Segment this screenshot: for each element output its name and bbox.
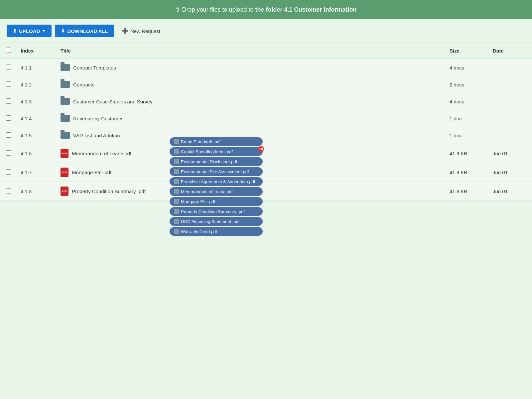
row-checkbox[interactable]	[6, 115, 11, 121]
tooltip-item[interactable]: Warranty Deed.pdf	[170, 227, 263, 236]
row-title: Contract Templates	[73, 65, 116, 70]
file-tooltip-dropdown: Brand Standards.pdfCapital Spending Item…	[170, 137, 263, 236]
select-all-checkbox[interactable]	[6, 48, 11, 53]
row-checkbox-cell[interactable]	[0, 110, 17, 127]
row-title-cell[interactable]: Contract Templates	[57, 59, 446, 76]
row-date: Jun 01	[489, 182, 532, 201]
row-index: 4.1.8	[17, 182, 57, 201]
tooltip-item[interactable]: Environmental Disclosure.pdf	[170, 157, 263, 166]
row-checkbox[interactable]	[6, 98, 11, 104]
tooltip-item-label: Memorandum of Lease.pdf	[181, 189, 232, 194]
row-checkbox[interactable]	[6, 132, 11, 138]
toolbar: ⇧ UPLOAD ▼ ⇩ DOWNLOAD ALL ➕ New Request	[0, 19, 532, 43]
title-content: Revenue by Customer	[61, 115, 442, 122]
row-title-cell[interactable]: Customer Case Studies and Survey	[57, 93, 446, 110]
title-content: Contract Templates	[61, 64, 442, 71]
row-date	[489, 110, 532, 127]
row-size: 1 doc	[446, 127, 489, 144]
doc-small-icon	[174, 199, 179, 204]
row-size: 41.8 KB	[446, 182, 489, 201]
table-row: 4.1.1Contract Templates4 docs	[0, 59, 532, 76]
table-header-row: Index Title Size Date	[0, 43, 532, 59]
doc-small-icon	[174, 139, 179, 144]
pdf-icon	[61, 149, 68, 158]
banner-text-bold: the folder 4.1 Customer Information	[255, 6, 357, 13]
checkbox-header[interactable]	[0, 43, 17, 59]
row-title: Contracts	[73, 82, 94, 87]
row-title: Mortgage Etc-.pdf	[72, 170, 111, 175]
row-index: 4.1.4	[17, 110, 57, 127]
title-header: Title	[57, 43, 446, 59]
row-title: Memorandum of Lease.pdf	[72, 151, 131, 156]
row-checkbox[interactable]	[6, 169, 11, 175]
tooltip-item[interactable]: Mortgage Etc-.pdf	[170, 197, 263, 206]
new-request-label: New Request	[130, 28, 160, 34]
date-header: Date	[489, 43, 532, 59]
row-date	[489, 59, 532, 76]
row-checkbox-cell[interactable]	[0, 144, 17, 163]
doc-small-icon	[174, 149, 179, 154]
upload-icon: ⇧	[13, 28, 17, 34]
tooltip-item-label: Capital Spending Items.pdf	[181, 149, 233, 154]
row-checkbox[interactable]	[6, 150, 11, 156]
row-index: 4.1.6	[17, 144, 57, 163]
row-index: 4.1.5	[17, 127, 57, 144]
tooltip-item-label: Brand Standards.pdf	[181, 139, 220, 144]
tooltip-item-label: UCC Financing Statement .pdf	[181, 219, 239, 224]
size-header: Size	[446, 43, 489, 59]
upload-button[interactable]: ⇧ UPLOAD ▼	[7, 25, 52, 37]
row-index: 4.1.2	[17, 76, 57, 93]
pdf-icon	[61, 187, 68, 196]
row-size: 41.9 KB	[446, 163, 489, 182]
row-title: Property Condition Summary .pdf	[72, 189, 146, 194]
tooltip-item-label: Warranty Deed.pdf	[181, 229, 217, 234]
row-size: 41.9 KB	[446, 144, 489, 163]
tooltip-item[interactable]: Franchise Agreement & Addendum.pdf	[170, 177, 263, 186]
row-checkbox-cell[interactable]	[0, 93, 17, 110]
row-title-cell[interactable]: Revenue by Customer	[57, 110, 446, 127]
download-all-button[interactable]: ⇩ DOWNLOAD ALL	[55, 25, 114, 37]
tooltip-item[interactable]: Memorandum of Lease.pdf	[170, 187, 263, 196]
folder-icon	[61, 115, 70, 122]
tooltip-item-label: Franchise Agreement & Addendum.pdf	[181, 179, 255, 184]
upload-label: UPLOAD	[19, 28, 40, 34]
download-icon: ⇩	[61, 28, 65, 34]
tooltip-item[interactable]: Brand Standards.pdf	[170, 137, 263, 146]
doc-small-icon	[174, 219, 179, 224]
banner-text-prefix: Drop your files to upload to	[182, 6, 255, 13]
table-row: 4.1.2Contracts2 docs	[0, 76, 532, 93]
tooltip-item-label: Environmental Disclosure.pdf	[181, 159, 237, 164]
tooltip-item[interactable]: UCC Financing Statement .pdf	[170, 217, 263, 226]
row-checkbox-cell[interactable]	[0, 163, 17, 182]
folder-icon	[61, 81, 70, 88]
upload-dropdown-arrow: ▼	[42, 29, 46, 33]
file-table: Index Title Size Date 4.1.1Contract Temp…	[0, 43, 532, 201]
tooltip-item[interactable]: Capital Spending Items.pdf10	[170, 147, 263, 156]
tooltip-item-label: Environmental Site Assessment.pdf	[181, 169, 249, 174]
upload-icon: ⇧	[175, 6, 180, 13]
badge-count: 10	[258, 146, 264, 152]
row-checkbox-cell[interactable]	[0, 59, 17, 76]
row-title-cell[interactable]: Contracts	[57, 76, 446, 93]
doc-small-icon	[174, 179, 179, 184]
row-checkbox-cell[interactable]	[0, 182, 17, 201]
row-title: Customer Case Studies and Survey	[73, 99, 152, 104]
row-checkbox[interactable]	[6, 188, 11, 194]
tooltip-item[interactable]: Environmental Site Assessment.pdf	[170, 167, 263, 176]
tooltip-item-label: Mortgage Etc-.pdf	[181, 199, 215, 204]
row-checkbox-cell[interactable]	[0, 76, 17, 93]
row-title: VAR List and Attrition	[73, 133, 120, 138]
row-title-cell[interactable]: Memorandum of Lease.pdfBrand Standards.p…	[57, 144, 446, 163]
doc-small-icon	[174, 229, 179, 234]
pdf-icon	[61, 168, 68, 177]
row-checkbox-cell[interactable]	[0, 127, 17, 144]
doc-small-icon	[174, 159, 179, 164]
table-row: 4.1.5VAR List and Attrition1 doc	[0, 127, 532, 144]
table-row: 4.1.8Property Condition Summary .pdf41.8…	[0, 182, 532, 201]
row-checkbox[interactable]	[6, 81, 11, 87]
tooltip-item[interactable]: Property Condition Summary .pdf	[170, 207, 263, 216]
row-size: 4 docs	[446, 59, 489, 76]
doc-small-icon	[174, 189, 179, 194]
row-checkbox[interactable]	[6, 65, 11, 70]
new-request-button[interactable]: ➕ New Request	[117, 25, 165, 37]
